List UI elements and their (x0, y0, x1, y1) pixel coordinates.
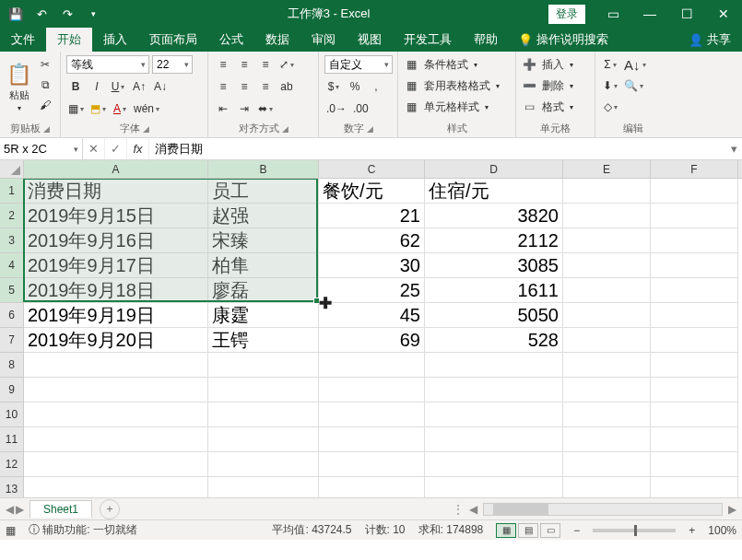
format-cells-button[interactable]: ▭格式▾ (522, 98, 573, 116)
cell[interactable] (563, 278, 651, 303)
cell[interactable] (563, 427, 651, 452)
phonetic-icon[interactable]: wén (132, 99, 161, 118)
decrease-indent-icon[interactable]: ⇤ (214, 99, 232, 118)
cell[interactable] (425, 477, 563, 497)
tab-file[interactable]: 文件 (0, 28, 46, 52)
cell[interactable] (425, 427, 563, 452)
tab-review[interactable]: 审阅 (300, 28, 347, 52)
align-middle-icon[interactable]: ≡ (235, 55, 253, 74)
name-box[interactable]: 5R x 2C (0, 138, 83, 159)
cell[interactable] (563, 402, 651, 427)
cell[interactable]: 2019年9月18日 (24, 278, 208, 303)
cell[interactable] (24, 452, 208, 477)
cell[interactable]: 柏隼 (208, 253, 319, 278)
cell[interactable]: 2019年9月17日 (24, 253, 208, 278)
increase-indent-icon[interactable]: ⇥ (235, 99, 253, 118)
cell[interactable]: 5050 (425, 303, 563, 328)
row-header[interactable]: 13 (0, 477, 23, 497)
sort-filter-icon[interactable]: A↓ (622, 55, 648, 74)
expand-formula-bar-icon[interactable]: ▾ (725, 142, 742, 156)
row-header[interactable]: 4 (0, 253, 23, 278)
cell[interactable] (208, 353, 319, 378)
bold-icon[interactable]: B (66, 77, 85, 96)
font-color-icon[interactable]: A (111, 99, 129, 118)
cell[interactable] (563, 303, 651, 328)
delete-cells-button[interactable]: ➖删除▾ (522, 76, 573, 95)
cells-area[interactable]: ✚ 消费日期员工餐饮/元住宿/元2019年9月15日赵强2138202019年9… (24, 179, 742, 497)
horizontal-scrollbar[interactable] (483, 503, 723, 516)
row-header[interactable]: 7 (0, 328, 23, 353)
undo-icon[interactable]: ↶ (31, 4, 52, 24)
cell[interactable]: 康霆 (208, 303, 319, 328)
cell[interactable] (208, 378, 319, 402)
cell[interactable]: 2019年9月16日 (24, 228, 208, 253)
conditional-format-button[interactable]: ▦条件格式▾ (404, 55, 500, 74)
cut-icon[interactable]: ✂ (36, 55, 54, 74)
zoom-level[interactable]: 100% (708, 524, 736, 537)
ribbon-options-icon[interactable]: ▭ (595, 0, 631, 28)
cell[interactable] (425, 452, 563, 477)
align-left-icon[interactable]: ≡ (214, 77, 232, 96)
split-handle-icon[interactable]: ⋮ (453, 503, 464, 516)
formula-input[interactable]: 消费日期 (149, 141, 725, 158)
col-header-B[interactable]: B (208, 160, 319, 178)
paste-button[interactable]: 📋粘贴▾ (6, 55, 32, 120)
cell[interactable] (24, 378, 208, 402)
font-launcher-icon[interactable]: ◢ (143, 124, 149, 134)
zoom-thumb[interactable] (634, 525, 637, 536)
cell[interactable]: 2112 (425, 228, 563, 253)
cell[interactable] (425, 353, 563, 378)
wrap-text-icon[interactable]: ab (277, 77, 296, 96)
cell-styles-button[interactable]: ▦单元格样式▾ (404, 98, 500, 116)
hscroll-right-icon[interactable]: ▶ (728, 503, 736, 516)
cell[interactable] (24, 353, 208, 378)
tab-home[interactable]: 开始 (46, 28, 92, 52)
tab-view[interactable]: 视图 (347, 28, 393, 52)
cell[interactable] (651, 378, 738, 402)
cell[interactable] (563, 353, 651, 378)
new-sheet-button[interactable]: ＋ (100, 499, 120, 519)
cell[interactable]: 3820 (425, 204, 563, 228)
accounting-format-icon[interactable]: $ (324, 77, 343, 96)
format-as-table-button[interactable]: ▦套用表格格式▾ (404, 76, 500, 95)
cell[interactable] (24, 402, 208, 427)
cell[interactable]: 赵强 (208, 204, 319, 228)
cell[interactable] (208, 452, 319, 477)
cell[interactable] (208, 427, 319, 452)
cell[interactable]: 69 (319, 328, 425, 353)
cell[interactable] (651, 402, 738, 427)
cell[interactable] (319, 452, 425, 477)
autosum-icon[interactable]: Σ (601, 55, 619, 74)
col-header-A[interactable]: A (24, 160, 208, 178)
increase-font-icon[interactable]: A↑ (130, 77, 148, 96)
tell-me-search[interactable]: 💡操作说明搜索 (509, 31, 618, 48)
cell[interactable] (651, 253, 738, 278)
font-name-select[interactable]: 等线 (66, 55, 149, 74)
insert-function-icon[interactable]: fx (127, 138, 149, 159)
tab-layout[interactable]: 页面布局 (138, 28, 208, 52)
align-bottom-icon[interactable]: ≡ (256, 55, 275, 74)
cell[interactable]: 2019年9月15日 (24, 204, 208, 228)
cell[interactable] (319, 378, 425, 402)
borders-icon[interactable]: ▦ (66, 99, 86, 118)
cell[interactable] (651, 328, 738, 353)
cell[interactable] (563, 204, 651, 228)
tab-data[interactable]: 数据 (254, 28, 300, 52)
cell[interactable] (24, 477, 208, 497)
cell[interactable] (651, 427, 738, 452)
row-header[interactable]: 3 (0, 228, 23, 253)
find-select-icon[interactable]: 🔍 (622, 76, 645, 95)
align-right-icon[interactable]: ≡ (256, 77, 275, 96)
qat-customize-icon[interactable]: ▾ (83, 4, 103, 24)
col-header-E[interactable]: E (563, 160, 651, 178)
font-size-select[interactable]: 22 (152, 55, 193, 74)
select-all-corner[interactable] (0, 160, 24, 178)
cell[interactable]: 消费日期 (24, 179, 208, 204)
sheet-prev-icon[interactable]: ◀ (6, 503, 14, 516)
cell[interactable] (563, 228, 651, 253)
accessibility-status[interactable]: ⓘ 辅助功能: 一切就绪 (29, 522, 137, 538)
row-header[interactable]: 2 (0, 204, 23, 228)
cell[interactable] (651, 353, 738, 378)
tab-insert[interactable]: 插入 (92, 28, 138, 52)
tab-formulas[interactable]: 公式 (208, 28, 254, 52)
